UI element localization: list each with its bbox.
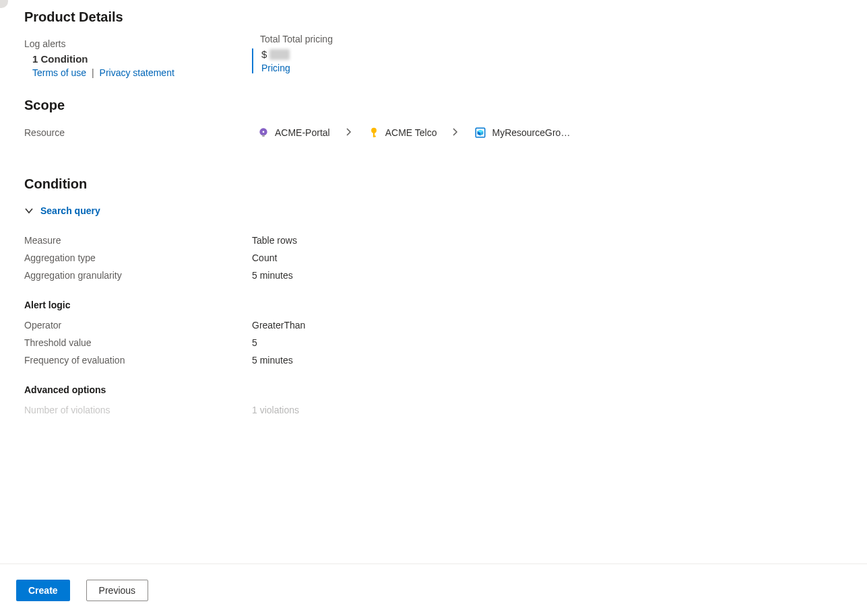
search-query-label: Search query [40,205,100,216]
frequency-value: 5 minutes [252,355,293,366]
kv-row: Measure Table rows [24,235,843,246]
kv-row: Aggregation type Count [24,252,843,263]
svg-rect-5 [373,136,376,137]
alert-logic-heading: Alert logic [24,300,843,310]
cube-icon [474,127,486,139]
operator-value: GreaterThan [252,320,305,331]
violations-label: Number of violations [24,405,252,415]
violations-value: 1 violations [252,405,299,415]
breadcrumb-item-portal[interactable]: ACME-Portal [257,127,330,139]
pricing-link[interactable]: Pricing [261,63,290,73]
scope-row: Resource ACME-Portal ACME Telco [24,127,843,139]
aggregation-granularity-label: Aggregation granularity [24,270,252,281]
breadcrumb-item-resourcegroup[interactable]: MyResourceGro… [474,127,570,139]
chevron-down-icon [24,206,34,215]
total-pricing-label: Total Total pricing [260,34,333,44]
aggregation-type-label: Aggregation type [24,252,252,263]
currency-symbol: $ [261,48,267,60]
scope-heading: Scope [24,98,843,113]
main-content: Product Details Log alerts 1 Condition T… [0,0,867,563]
breadcrumb-label: ACME Telco [385,127,437,138]
key-icon [368,127,380,139]
price-blurred [269,49,290,60]
svg-rect-1 [262,135,264,137]
measure-label: Measure [24,235,252,246]
lightbulb-icon [257,127,269,139]
advanced-options-heading: Advanced options [24,384,843,395]
frequency-label: Frequency of evaluation [24,355,252,366]
chevron-right-icon [451,127,459,138]
resource-label: Resource [24,127,257,138]
price-line: $ [261,48,333,60]
footer-bar: Create Previous [0,563,867,616]
measure-value: Table rows [252,235,297,246]
operator-label: Operator [24,320,252,331]
chevron-right-icon [345,127,353,138]
search-query-expander[interactable]: Search query [24,205,843,216]
condition-heading: Condition [24,176,843,192]
kv-row: Operator GreaterThan [24,320,843,331]
breadcrumb-item-telco[interactable]: ACME Telco [368,127,437,139]
threshold-label: Threshold value [24,337,252,348]
breadcrumb-label: MyResourceGro… [492,127,570,138]
kv-row: Number of violations 1 violations [24,405,843,415]
breadcrumb: ACME-Portal ACME Telco [257,127,570,139]
kv-row: Aggregation granularity 5 minutes [24,270,843,281]
create-button[interactable]: Create [16,580,70,601]
breadcrumb-label: ACME-Portal [275,127,330,138]
kv-row: Frequency of evaluation 5 minutes [24,355,843,366]
aggregation-granularity-value: 5 minutes [252,270,293,281]
kv-row: Threshold value 5 [24,337,843,348]
previous-button[interactable]: Previous [86,580,148,601]
product-details-heading: Product Details [24,9,843,25]
aggregation-type-value: Count [252,252,277,263]
svg-point-2 [263,131,265,133]
threshold-value: 5 [252,337,257,348]
